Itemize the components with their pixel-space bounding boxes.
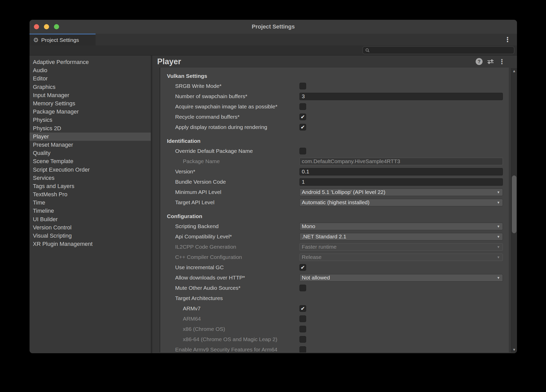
more-options-icon[interactable]: ⋮ [498,58,505,65]
settings-sidebar: Adaptive PerformanceAudioEditorGraphicsI… [30,55,152,353]
settings-row: Scripting BackendMono▼ [160,221,509,231]
vertical-scrollbar[interactable]: ▲ ▼ [511,68,517,352]
field-label: Use incremental GC [175,264,299,270]
traffic-lights [34,24,59,29]
checkmark-icon: ✔ [301,125,305,130]
sidebar-item-graphics[interactable]: Graphics [30,83,151,91]
help-icon[interactable]: ? [476,58,483,65]
sidebar-item-package-manager[interactable]: Package Manager [30,108,151,116]
sidebar-item-physics[interactable]: Physics [30,116,151,124]
field-label: Allow downloads over HTTP* [175,275,299,281]
field-label: Number of swapchain buffers* [175,93,299,99]
dropdown[interactable]: Automatic (highest installed)▼ [299,199,503,206]
header-icons: ? ⋮ [476,55,505,68]
sidebar-item-physics-2d[interactable]: Physics 2D [30,124,151,133]
dropdown[interactable]: Not allowed▼ [299,274,503,282]
field-label: ARM64 [175,316,299,322]
scrollbar-thumb[interactable] [512,175,516,233]
dropdown-value: Release [302,254,322,260]
sidebar-item-memory-settings[interactable]: Memory Settings [30,99,151,108]
sidebar-item-adaptive-performance[interactable]: Adaptive Performance [30,58,151,66]
tab-project-settings[interactable]: ⚙ Project Settings [30,34,96,45]
sidebar-item-xr-plugin-management[interactable]: XR Plugin Management [30,240,151,248]
tab-menu-icon[interactable]: ⋮ [504,36,511,43]
sidebar-item-script-execution-order[interactable]: Script Execution Order [30,165,151,174]
settings-row: ARMv7✔ [160,303,509,314]
checkbox[interactable]: ✔ [299,305,306,312]
dropdown-value: .NET Standard 2.1 [302,234,346,240]
sidebar-item-visual-scripting[interactable]: Visual Scripting [30,232,151,240]
sidebar-item-input-manager[interactable]: Input Manager [30,91,151,99]
sidebar-item-time[interactable]: Time [30,199,151,207]
dropdown[interactable]: .NET Standard 2.1▼ [299,233,503,240]
field-label: Minimum API Level [175,189,299,195]
player-settings-panel: Vulkan SettingsSRGB Write Mode*Number of… [159,68,509,352]
zoom-window-button[interactable] [54,24,59,29]
sidebar-item-timeline[interactable]: Timeline [30,207,151,215]
dropdown-value: Not allowed [302,275,330,281]
field-label: Enable Armv9 Security Features for Arm64 [175,347,299,352]
checkbox[interactable]: ✔ [299,264,306,271]
settings-row: ARM64 [160,314,509,324]
settings-row: Allow downloads over HTTP*Not allowed▼ [160,273,509,283]
search-box[interactable] [362,46,514,54]
dropdown-arrow-icon: ▼ [497,245,500,249]
checkbox[interactable] [299,103,306,110]
field-label: C++ Compiler Configuration [175,254,299,260]
checkbox[interactable] [299,148,306,154]
tab-label: Project Settings [41,37,79,43]
field-label: Apply display rotation during rendering [175,124,299,130]
sidebar-item-editor[interactable]: Editor [30,74,151,83]
settings-row: Acquire swapchain image late as possible… [160,101,509,112]
scroll-down-icon[interactable]: ▼ [511,348,517,351]
settings-row: x86-64 (Chrome OS and Magic Leap 2) [160,334,509,344]
settings-row: Enable Armv9 Security Features for Arm64 [160,344,509,352]
sidebar-item-services[interactable]: Services [30,174,151,182]
dropdown[interactable]: Android 5.1 'Lollipop' (API level 22)▼ [299,189,503,196]
dropdown: Release▼ [299,254,503,261]
minimize-window-button[interactable] [44,24,49,29]
gear-icon: ⚙ [33,37,39,43]
sidebar-item-ui-builder[interactable]: UI Builder [30,215,151,223]
checkmark-icon: ✔ [301,114,305,119]
sidebar-item-tags-and-layers[interactable]: Tags and Layers [30,182,151,190]
window-title: Project Settings [252,23,295,30]
text-field[interactable]: 3 [299,93,503,100]
checkbox[interactable] [299,83,306,89]
settings-row: Minimum API LevelAndroid 5.1 'Lollipop' … [160,187,509,197]
checkbox[interactable] [299,285,306,291]
sidebar-item-quality[interactable]: Quality [30,149,151,157]
sidebar-item-audio[interactable]: Audio [30,66,151,74]
checkbox [299,336,306,343]
field-label: Mute Other Audio Sources* [175,285,299,291]
checkbox[interactable]: ✔ [299,124,306,130]
settings-row: Target Architectures [160,293,509,303]
field-label: Override Default Package Name [175,148,299,154]
dropdown[interactable]: Mono▼ [299,223,503,230]
sidebar-item-preset-manager[interactable]: Preset Manager [30,141,151,149]
sidebar-item-version-control[interactable]: Version Control [30,223,151,232]
field-label: Target API Level [175,199,299,206]
checkbox[interactable]: ✔ [299,114,306,120]
tab-bar: ⚙ Project Settings ⋮ [30,34,517,45]
settings-row: Version*0.1 [160,166,509,177]
text-field[interactable]: 0.1 [299,168,503,175]
page-title: Player [157,57,181,66]
field-label: ARMv7 [175,305,299,312]
preset-icon[interactable] [487,59,494,65]
text-field[interactable]: 1 [299,178,503,186]
project-settings-window: Project Settings ⚙ Project Settings ⋮ Ad… [30,20,517,353]
sidebar-item-player[interactable]: Player [30,133,151,141]
dropdown-arrow-icon: ▼ [497,256,500,259]
scroll-up-icon[interactable]: ▲ [511,69,517,73]
close-window-button[interactable] [34,24,39,29]
sidebar-item-scene-template[interactable]: Scene Template [30,157,151,165]
titlebar[interactable]: Project Settings [30,20,517,34]
section-title: Identification [160,136,509,146]
dropdown-arrow-icon: ▼ [497,235,500,238]
dropdown-arrow-icon: ▼ [497,276,500,279]
settings-row: Use incremental GC✔ [160,262,509,273]
field-label: IL2CPP Code Generation [175,244,299,250]
sidebar-item-textmesh-pro[interactable]: TextMesh Pro [30,190,151,199]
search-input[interactable] [372,47,514,53]
